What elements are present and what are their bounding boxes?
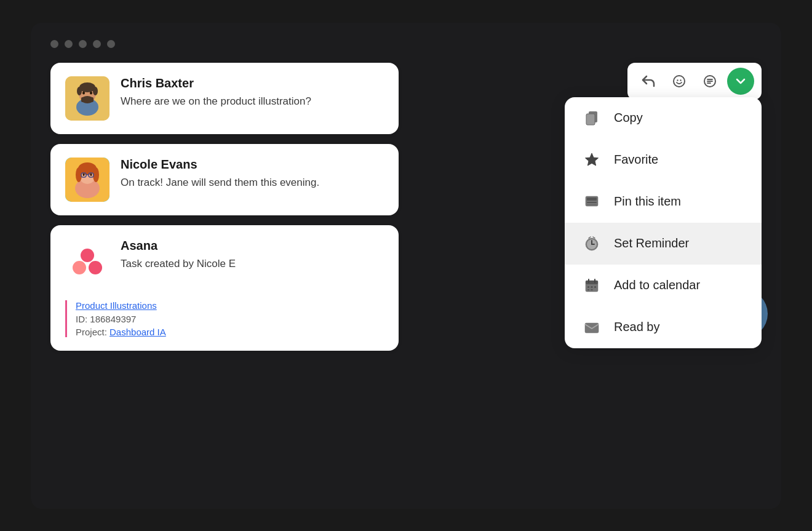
avatar-asana xyxy=(65,239,109,283)
asana-project: Project: Dashboard IA xyxy=(76,327,166,337)
svg-rect-46 xyxy=(586,281,598,284)
message-body-nicole: Nicole Evans On track! Jane will send th… xyxy=(121,158,384,190)
menu-item-favorite[interactable]: Favorite xyxy=(565,139,762,181)
svg-point-23 xyxy=(73,261,86,274)
svg-rect-36 xyxy=(587,198,597,201)
asana-link-illustrations[interactable]: Product Illustrations xyxy=(76,300,157,311)
svg-rect-33 xyxy=(586,114,595,125)
svg-rect-37 xyxy=(587,202,597,203)
svg-rect-54 xyxy=(585,323,599,333)
message-icon-button[interactable] xyxy=(696,68,723,95)
menu-item-calendar[interactable]: Add to calendar xyxy=(565,265,762,306)
menu-label-pin: Pin this item xyxy=(614,194,681,209)
message-name-nicole: Nicole Evans xyxy=(121,158,384,172)
menu-label-copy: Copy xyxy=(614,111,643,125)
svg-point-26 xyxy=(677,79,678,81)
avatar-nicole xyxy=(65,158,109,202)
menu-label-readby: Read by xyxy=(614,320,660,334)
message-text-chris: Where are we on the product illustration… xyxy=(121,94,384,109)
window-dots xyxy=(50,40,762,48)
message-card-chris: Chris Baxter Where are we on the product… xyxy=(50,63,399,134)
clock-icon xyxy=(582,234,602,254)
menu-item-pin[interactable]: Pin this item xyxy=(565,181,762,223)
message-body-asana: Asana Task created by Nicole E xyxy=(121,239,384,271)
message-card-asana: Asana Task created by Nicole E Product I… xyxy=(50,225,399,351)
svg-point-10 xyxy=(90,91,92,94)
messages-column: Chris Baxter Where are we on the product… xyxy=(50,63,399,351)
svg-line-43 xyxy=(589,237,591,238)
main-content: Chris Baxter Where are we on the product… xyxy=(50,63,762,351)
svg-point-27 xyxy=(680,79,681,81)
svg-rect-38 xyxy=(587,204,597,205)
svg-point-6 xyxy=(93,87,98,95)
svg-point-20 xyxy=(83,174,85,176)
svg-rect-53 xyxy=(591,289,593,290)
asana-details: Product Illustrations ID: 186849397 Proj… xyxy=(65,300,166,337)
dot-1 xyxy=(50,40,58,48)
svg-rect-52 xyxy=(587,289,589,290)
asana-task-id: ID: 186849397 xyxy=(76,314,166,324)
menu-label-favorite: Favorite xyxy=(614,153,658,167)
message-card-nicole: Nicole Evans On track! Jane will send th… xyxy=(50,144,399,215)
app-window: Chris Baxter Where are we on the product… xyxy=(31,23,781,509)
context-menu: Copy Favorite xyxy=(565,97,762,348)
copy-icon xyxy=(582,108,602,128)
reply-button[interactable] xyxy=(635,68,662,95)
action-bar xyxy=(627,63,762,100)
svg-rect-8 xyxy=(81,97,94,102)
svg-rect-50 xyxy=(591,286,593,288)
svg-point-9 xyxy=(82,91,85,94)
star-icon xyxy=(582,150,602,170)
more-button[interactable] xyxy=(727,68,754,95)
message-subtext-asana: Task created by Nicole E xyxy=(121,257,384,271)
pin-icon xyxy=(582,192,602,212)
svg-point-21 xyxy=(90,174,92,176)
message-name-chris: Chris Baxter xyxy=(121,76,384,90)
emoji-button[interactable] xyxy=(666,68,693,95)
dot-3 xyxy=(79,40,87,48)
message-name-asana: Asana xyxy=(121,239,384,253)
svg-point-24 xyxy=(89,261,102,274)
menu-label-reminder: Set Reminder xyxy=(614,236,689,250)
menu-item-reminder[interactable]: Set Reminder xyxy=(565,223,762,265)
dot-5 xyxy=(107,40,115,48)
asana-link-dashboard[interactable]: Dashboard IA xyxy=(109,327,166,337)
dot-2 xyxy=(65,40,73,48)
calendar-icon xyxy=(582,276,602,295)
envelope-icon xyxy=(582,317,602,337)
svg-rect-51 xyxy=(594,286,596,288)
message-body-chris: Chris Baxter Where are we on the product… xyxy=(121,76,384,109)
svg-rect-49 xyxy=(587,286,589,288)
message-text-nicole: On track! Jane will send them this eveni… xyxy=(121,175,384,190)
dot-4 xyxy=(93,40,101,48)
svg-point-5 xyxy=(77,87,82,95)
right-panel: Copy Favorite xyxy=(413,63,762,351)
svg-point-25 xyxy=(674,76,685,87)
menu-label-calendar: Add to calendar xyxy=(614,278,700,292)
menu-item-copy[interactable]: Copy xyxy=(565,97,762,139)
menu-item-readby[interactable]: Read by xyxy=(565,306,762,348)
svg-line-44 xyxy=(593,237,595,238)
svg-point-22 xyxy=(81,249,94,262)
avatar-chris xyxy=(65,76,109,121)
